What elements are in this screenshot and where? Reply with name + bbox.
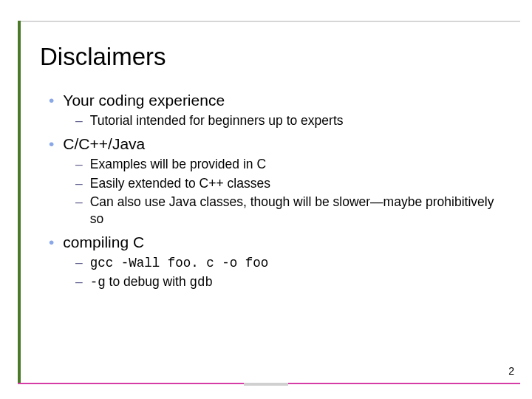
bullet-3-text: compiling C <box>63 233 144 251</box>
bullet-1-1: – Tutorial intended for beginners up to … <box>75 112 502 129</box>
bullet-2-2-text: Easily extended to C++ classes <box>90 175 502 191</box>
code-tool: gdb <box>190 275 214 290</box>
dash-icon: – <box>75 194 83 210</box>
dash-icon: – <box>75 273 83 290</box>
bullet-3-2: – -g to debug with gdb <box>75 273 502 290</box>
bullet-2-text: C/C++/Java <box>63 135 145 153</box>
bullet-3-2-text: -g to debug with gdb <box>90 273 502 290</box>
bullet-3-1: – gcc -Wall foo. c -o foo <box>75 254 502 271</box>
code-flag: -g <box>90 275 106 290</box>
dash-icon: – <box>75 254 83 270</box>
bullet-icon: • <box>49 92 54 108</box>
bullet-1-1-text: Tutorial intended for beginners up to ex… <box>90 112 502 129</box>
bullet-2-1: – Examples will be provided in C <box>75 156 502 172</box>
bullet-2: • C/C++/Java <box>49 135 502 153</box>
dash-icon: – <box>75 175 83 191</box>
top-accent-line <box>18 21 520 22</box>
mid-text: to debug with <box>106 274 190 289</box>
bullet-2-2: – Easily extended to C++ classes <box>75 175 502 191</box>
page-number: 2 <box>508 365 514 377</box>
dash-icon: – <box>75 112 83 129</box>
slide: Disclaimers • Your coding experience – T… <box>0 0 532 399</box>
bullet-2-1-text: Examples will be provided in C <box>90 156 502 172</box>
bullet-3-1-code: gcc -Wall foo. c -o foo <box>90 255 502 271</box>
slide-body: • Your coding experience – Tutorial inte… <box>49 92 502 293</box>
left-accent-bar <box>18 21 21 384</box>
bullet-2-3: – Can also use Java classes, though will… <box>75 194 502 227</box>
bullet-icon: • <box>49 136 54 151</box>
bullet-3: • compiling C <box>49 233 502 251</box>
slide-title: Disclaimers <box>40 43 166 71</box>
bullet-2-3-text: Can also use Java classes, though will b… <box>90 194 502 227</box>
dash-icon: – <box>75 156 83 172</box>
bullet-1-text: Your coding experience <box>63 92 225 109</box>
bullet-1: • Your coding experience <box>49 92 502 109</box>
bullet-icon: • <box>49 234 54 250</box>
bottom-grey-segment <box>244 383 288 386</box>
